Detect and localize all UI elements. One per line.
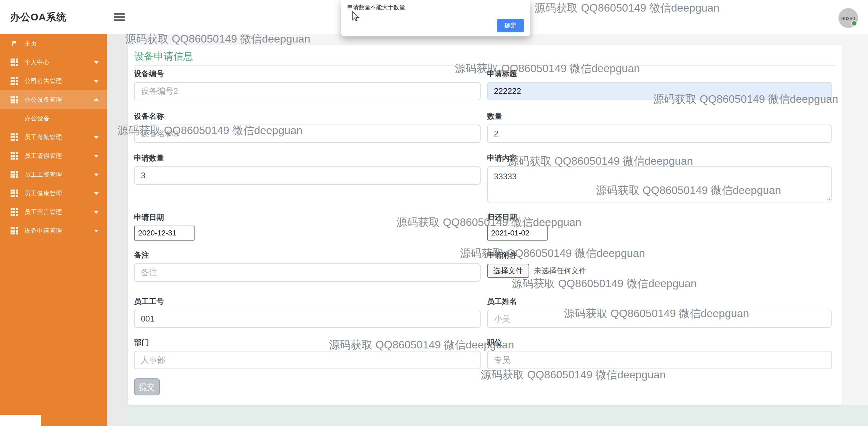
chevron-down-icon xyxy=(94,192,99,195)
chevron-down-icon xyxy=(94,61,99,64)
device-no-input[interactable] xyxy=(134,82,481,100)
sidebar-item-label: 员工留言管理 xyxy=(24,208,62,216)
sidebar-item-label: 公司公告管理 xyxy=(24,77,62,85)
content-bottom-band xyxy=(128,405,868,426)
sidebar-item-health-mgmt[interactable]: 员工健康管理 xyxy=(0,184,107,202)
confirm-button[interactable]: 确定 xyxy=(497,19,524,32)
sidebar-subitem-office-equipment[interactable]: 办公设备 xyxy=(0,109,107,128)
hamburger-menu-icon[interactable] xyxy=(114,13,126,21)
field-return-date: 归还日期 xyxy=(487,213,832,241)
field-label: 申请内容 xyxy=(487,153,832,163)
chevron-down-icon xyxy=(94,174,99,176)
apply-date-input[interactable] xyxy=(134,226,195,241)
resize-grip-icon[interactable] xyxy=(826,196,830,200)
chevron-up-icon xyxy=(94,98,99,101)
sidebar-item-leave-mgmt[interactable]: 员工请假管理 xyxy=(0,146,107,165)
grid-icon xyxy=(10,152,18,160)
sidebar-item-label: 个人中心 xyxy=(24,58,50,66)
sidebar-item-salary-mgmt[interactable]: 员工工资管理 xyxy=(0,165,107,184)
sidebar-item-label: 员工工资管理 xyxy=(24,170,62,179)
field-employee-no: 员工工号 xyxy=(134,297,481,328)
field-label: 员工工号 xyxy=(134,297,481,306)
equipment-apply-card: 设备申请信息 设备编号 申请标题 设备名称 数量 申请数量 申请内容 33333… xyxy=(128,45,842,405)
field-label: 数量 xyxy=(487,112,832,121)
chevron-down-icon xyxy=(94,230,99,232)
sidebar-item-equipment-apply-mgmt[interactable]: 设备申请管理 xyxy=(0,221,107,240)
grid-icon xyxy=(10,77,18,85)
quantity-input[interactable] xyxy=(487,125,832,143)
sidebar-item-home[interactable]: 主页 xyxy=(0,34,107,53)
sidebar-item-office-equipment-mgmt[interactable]: 办公设备管理 xyxy=(0,90,107,109)
sidebar-item-label: 员工请假管理 xyxy=(24,152,62,160)
apply-quantity-input[interactable] xyxy=(134,166,481,185)
field-device-no: 设备编号 xyxy=(134,69,481,100)
mouse-cursor-icon xyxy=(351,11,360,23)
field-label: 申请标题 xyxy=(487,69,832,79)
no-file-selected-text: 未选择任何文件 xyxy=(534,266,586,276)
alert-dialog: 申请数量不能大于数量 确定 xyxy=(341,0,530,36)
field-apply-title: 申请标题 xyxy=(487,69,832,100)
field-label: 员工姓名 xyxy=(487,297,832,306)
chevron-down-icon xyxy=(94,80,99,83)
sidebar-item-label: 设备申请管理 xyxy=(24,227,62,235)
apply-title-input[interactable] xyxy=(487,82,832,100)
employee-name-input[interactable] xyxy=(487,310,832,328)
submit-button[interactable]: 提交 xyxy=(134,378,160,395)
sidebar-item-label: 办公设备管理 xyxy=(24,96,62,104)
field-label: 设备名称 xyxy=(134,112,481,121)
sidebar-nav: 主页 个人中心 公司公告管理 办公设备管理 办公设备 员工考勤管理 员 xyxy=(0,34,107,426)
field-apply-content: 申请内容 33333 xyxy=(487,153,832,202)
sidebar-item-message-mgmt[interactable]: 员工留言管理 xyxy=(0,202,107,221)
field-label: 部门 xyxy=(134,338,481,347)
avatar-placeholder-text: 80x80 xyxy=(841,15,855,21)
field-device-name: 设备名称 xyxy=(134,112,481,143)
chevron-down-icon xyxy=(94,136,99,139)
grid-icon xyxy=(10,227,18,235)
sidebar-item-label: 员工健康管理 xyxy=(24,189,62,197)
grid-icon xyxy=(10,189,18,197)
field-label: 申请日期 xyxy=(134,213,481,222)
page-title: 设备申请信息 xyxy=(134,50,193,63)
online-status-dot xyxy=(851,20,857,26)
grid-icon xyxy=(10,208,18,216)
flag-icon xyxy=(10,39,18,48)
sidebar-item-label: 员工考勤管理 xyxy=(24,133,62,141)
sidebar-bottom-gap xyxy=(0,415,41,426)
choose-file-button[interactable]: 选择文件 xyxy=(487,264,529,278)
remark-input[interactable] xyxy=(134,263,481,282)
app-title: 办公OA系统 xyxy=(10,0,67,34)
content-left-gutter xyxy=(107,34,128,426)
return-date-input[interactable] xyxy=(487,226,548,241)
grid-icon xyxy=(10,58,18,66)
field-label: 申请附件 xyxy=(487,250,832,260)
department-input[interactable] xyxy=(134,351,481,369)
device-name-input[interactable] xyxy=(134,125,481,143)
field-remark: 备注 xyxy=(134,250,481,282)
apply-content-textarea[interactable]: 33333 xyxy=(487,166,832,202)
field-quantity: 数量 xyxy=(487,112,832,143)
field-label: 职位 xyxy=(487,338,832,347)
title-divider xyxy=(134,65,836,66)
sidebar-item-company-announcements[interactable]: 公司公告管理 xyxy=(0,71,107,90)
sidebar-item-label: 主页 xyxy=(24,39,37,48)
alert-message: 申请数量不能大于数量 xyxy=(347,3,405,11)
chevron-down-icon xyxy=(94,155,99,158)
sidebar-item-label: 办公设备 xyxy=(24,114,50,122)
field-position: 职位 xyxy=(487,338,832,369)
field-employee-name: 员工姓名 xyxy=(487,297,832,328)
chevron-down-icon xyxy=(94,211,99,214)
field-label: 备注 xyxy=(134,250,481,260)
grid-icon xyxy=(10,170,18,179)
field-attachment: 申请附件 选择文件 未选择任何文件 xyxy=(487,250,832,278)
sidebar-item-personal-center[interactable]: 个人中心 xyxy=(0,53,107,71)
grid-icon xyxy=(10,133,18,141)
field-apply-date: 申请日期 xyxy=(134,213,481,241)
sidebar-item-attendance-mgmt[interactable]: 员工考勤管理 xyxy=(0,128,107,146)
employee-no-input[interactable] xyxy=(134,310,481,328)
grid-icon xyxy=(10,96,18,104)
field-apply-quantity: 申请数量 xyxy=(134,153,481,185)
field-label: 归还日期 xyxy=(487,213,832,222)
field-department: 部门 xyxy=(134,338,481,369)
field-label: 申请数量 xyxy=(134,153,481,163)
position-input[interactable] xyxy=(487,351,832,369)
